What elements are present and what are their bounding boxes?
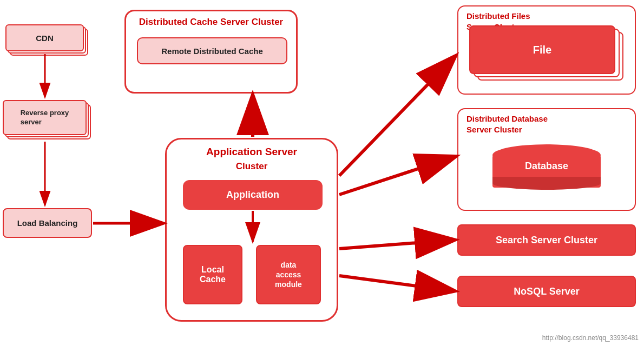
load-balancing-box: Load Balancing xyxy=(3,208,92,238)
data-access-label: data access module xyxy=(275,260,302,290)
watermark: http://blog.csdn.net/qq_33936481 xyxy=(542,334,639,342)
nosql-box: NoSQL Server xyxy=(457,276,636,307)
local-cache-box: Local Cache xyxy=(183,245,242,304)
svg-line-7 xyxy=(339,157,455,195)
db-cluster-box: Distributed Database Server Cluster Data… xyxy=(457,108,636,211)
search-cluster-label: Search Server Cluster xyxy=(496,235,597,246)
svg-line-8 xyxy=(339,240,454,249)
svg-line-6 xyxy=(339,57,455,176)
cache-cluster-box: Distributed Cache Server Cluster Remote … xyxy=(124,10,298,94)
remote-distributed-cache-label: Remote Distributed Cache xyxy=(137,37,287,64)
app-cluster-box: Application Server Cluster Application L… xyxy=(165,138,338,322)
app-cluster-title-sub: Cluster xyxy=(236,161,268,172)
file-stack: File xyxy=(469,25,626,82)
data-access-box: data access module xyxy=(256,245,321,304)
nosql-label: NoSQL Server xyxy=(514,286,580,297)
svg-line-9 xyxy=(339,276,454,291)
proxy-label: Reverse proxy server xyxy=(3,100,87,135)
application-box: Application xyxy=(183,180,323,210)
files-cluster-box: Distributed Files Server Cluster File xyxy=(457,5,636,95)
search-cluster-box: Search Server Cluster xyxy=(457,224,636,256)
app-cluster-title-main: Application Server xyxy=(206,146,297,158)
database-cylinder: Database xyxy=(492,144,601,193)
cache-cluster-title: Distributed Cache Server Cluster xyxy=(130,17,292,28)
load-balancing-label: Load Balancing xyxy=(17,218,78,228)
cdn-box: CDN xyxy=(5,24,89,54)
file-label: File xyxy=(469,25,615,74)
local-cache-label: Local Cache xyxy=(200,265,226,284)
application-label: Application xyxy=(226,189,279,201)
cdn-label: CDN xyxy=(5,24,84,51)
db-bottom xyxy=(492,177,601,190)
proxy-box: Reverse proxy server xyxy=(3,100,92,141)
database-label: Database xyxy=(492,161,601,172)
db-cluster-title: Distributed Database Server Cluster xyxy=(466,114,548,135)
diagram: CDN Reverse proxy server Load Balancing … xyxy=(0,0,644,346)
